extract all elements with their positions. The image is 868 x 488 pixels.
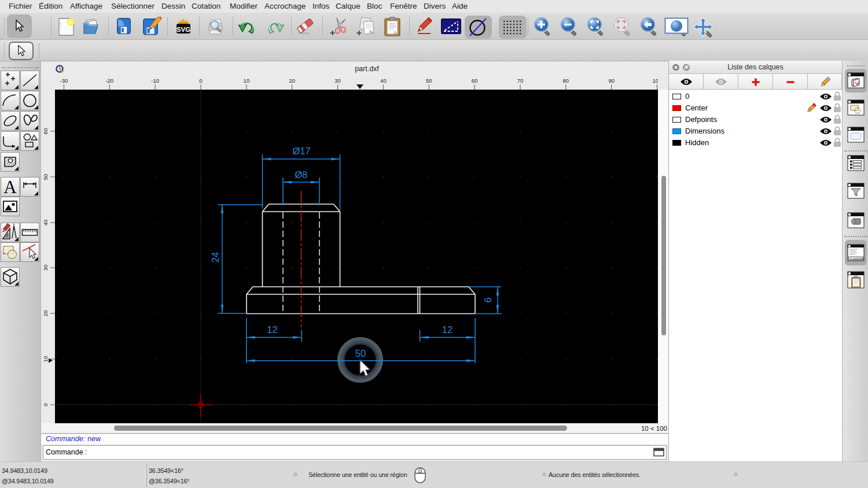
svg-text:60: 60 [472,77,478,84]
svg-text:10: 10 [244,77,250,84]
svg-text:24: 24 [210,252,220,263]
svg-text:50: 50 [42,174,49,180]
svg-text:-10: -10 [151,77,159,84]
svg-text:12: 12 [442,324,453,335]
svg-text:90: 90 [608,77,615,84]
svg-text:40: 40 [380,77,387,84]
svg-text:6: 6 [483,297,493,302]
svg-text:-20: -20 [105,77,113,84]
svg-text:30: 30 [334,77,341,84]
svg-text:30: 30 [42,265,49,271]
svg-text:A: A [3,178,17,196]
svg-text:SVG: SVG [176,26,190,33]
svg-text:80: 80 [563,77,569,84]
svg-text:20: 20 [289,77,295,84]
svg-text:0: 0 [199,77,202,84]
svg-text:20: 20 [42,310,49,317]
svg-text:Ø8: Ø8 [295,169,307,180]
svg-text:10: 10 [42,356,49,363]
svg-text:12: 12 [267,324,277,335]
svg-text:40: 40 [42,220,49,226]
svg-text:60: 60 [42,128,49,135]
svg-text:C command: C command [850,257,865,260]
svg-text:100: 100 [653,77,658,84]
svg-text:-30: -30 [60,77,68,84]
svg-text:70: 70 [517,77,524,84]
svg-text:50: 50 [355,348,366,358]
svg-text:0: 0 [42,403,49,406]
svg-text:Ø17: Ø17 [292,146,310,156]
svg-text:50: 50 [426,77,432,84]
